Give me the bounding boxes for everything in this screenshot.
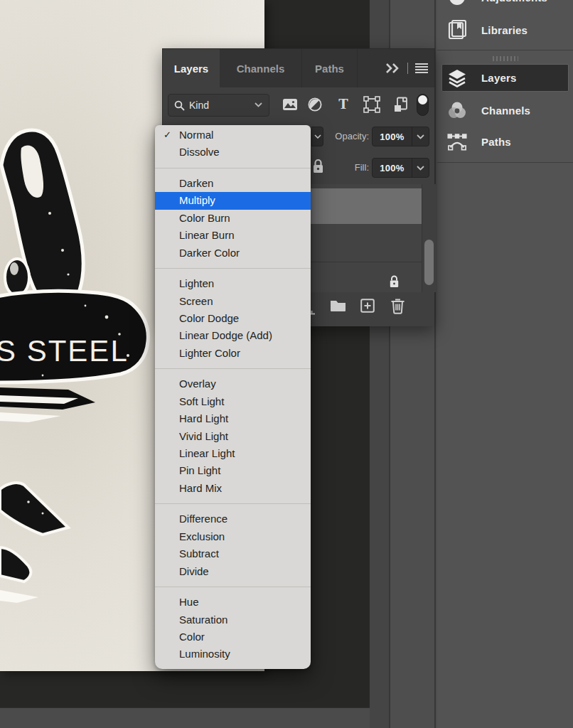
menu-item-label: Linear Light <box>179 447 235 459</box>
tab-paths[interactable]: Paths <box>302 49 358 87</box>
tab-label: Layers <box>174 63 208 75</box>
menu-item-color-burn[interactable]: Color Burn <box>155 210 311 227</box>
paths-icon <box>447 132 467 151</box>
menu-item-luminosity[interactable]: Luminosity <box>155 646 311 663</box>
menu-item-color[interactable]: Color <box>155 628 311 646</box>
menu-item-label: Color Dodge <box>179 312 239 324</box>
menu-item-label: Color <box>179 631 205 643</box>
menu-item-label: Exclusion <box>179 530 225 542</box>
menu-item-label: Saturation <box>179 614 227 626</box>
filter-kind-select[interactable]: Kind <box>168 94 269 117</box>
pixel-layer-filter-icon[interactable] <box>282 96 299 113</box>
menu-item-hard-light[interactable]: Hard Light <box>155 410 311 427</box>
layer-lock-icon <box>389 275 400 289</box>
filter-toggle-switch[interactable] <box>417 94 429 116</box>
menu-item-darker-color[interactable]: Darker Color <box>155 245 311 262</box>
filter-kind-label: Kind <box>189 100 209 111</box>
adjustment-layer-filter-icon[interactable] <box>306 96 323 113</box>
opacity-label: Opacity: <box>319 131 369 141</box>
menu-item-dissolve[interactable]: Dissolve <box>155 144 311 161</box>
dock-item-label: Paths <box>481 136 511 148</box>
dock-grip-handle[interactable] <box>493 56 518 61</box>
menu-separator <box>155 503 311 504</box>
layer-list-scrollbar <box>422 184 436 292</box>
menu-item-label: Linear Burn <box>179 229 235 241</box>
steel-stamp-text: S STEEL <box>0 334 129 368</box>
menu-item-label: Screen <box>179 295 213 307</box>
menu-item-linear-light[interactable]: Linear Light <box>155 445 311 462</box>
shape-layer-filter-icon[interactable] <box>363 96 380 113</box>
new-group-icon[interactable] <box>330 299 346 311</box>
menu-item-label: Difference <box>179 513 227 525</box>
tab-channels[interactable]: Channels <box>220 49 302 87</box>
tab-label: Paths <box>315 63 344 75</box>
chevron-down-icon[interactable] <box>412 127 429 146</box>
tab-label: Channels <box>237 63 285 75</box>
delete-layer-icon[interactable] <box>390 297 405 314</box>
smart-object-filter-icon[interactable] <box>392 96 409 113</box>
menu-item-normal[interactable]: ✓Normal <box>155 127 311 144</box>
new-layer-icon[interactable] <box>360 299 375 313</box>
menu-item-label: Dissolve <box>179 146 220 158</box>
type-layer-filter-icon[interactable]: T <box>335 96 352 113</box>
menu-item-label: Luminosity <box>179 648 230 660</box>
document-status-bar <box>0 707 370 728</box>
dock-item-paths[interactable]: Paths <box>437 126 573 157</box>
libraries-icon <box>447 20 467 40</box>
dock-item-layers[interactable]: Layers <box>441 64 569 92</box>
menu-item-hard-mix[interactable]: Hard Mix <box>155 480 311 497</box>
menu-item-saturation[interactable]: Saturation <box>155 611 311 628</box>
dock-item-label: Libraries <box>481 24 528 36</box>
menu-separator <box>155 168 311 168</box>
menu-item-label: Color Burn <box>179 212 230 224</box>
menu-item-lighten[interactable]: Lighten <box>155 275 311 292</box>
menu-item-label: Hue <box>179 596 199 608</box>
menu-separator <box>155 368 311 369</box>
opacity-input[interactable]: 100% <box>372 127 429 146</box>
fill-label: Fill: <box>319 162 369 173</box>
blend-mode-menu: ✓NormalDissolveDarkenMultiplyColor BurnL… <box>155 125 311 669</box>
menu-separator <box>155 268 311 269</box>
menu-item-label: Hard Mix <box>179 482 222 494</box>
menu-item-multiply[interactable]: Multiply <box>155 192 311 209</box>
menu-item-label: Normal <box>179 129 213 141</box>
panel-menu-icon[interactable] <box>414 63 429 74</box>
menu-item-exclusion[interactable]: Exclusion <box>155 528 311 545</box>
menu-item-label: Darker Color <box>179 247 240 259</box>
menu-item-label: Hard Light <box>179 412 228 424</box>
chevron-down-icon[interactable] <box>412 159 429 177</box>
menu-item-hue[interactable]: Hue <box>155 594 311 611</box>
menu-item-label: Lighter Color <box>179 347 240 359</box>
menu-item-divide[interactable]: Divide <box>155 563 311 580</box>
menu-item-screen[interactable]: Screen <box>155 293 311 310</box>
dock-item-channels[interactable]: Channels <box>437 95 573 126</box>
menu-item-label: Multiply <box>179 194 215 206</box>
fill-input[interactable]: 100% <box>372 158 429 178</box>
opacity-value[interactable]: 100% <box>373 127 412 146</box>
chevron-down-icon <box>255 102 262 107</box>
menu-item-linear-burn[interactable]: Linear Burn <box>155 227 311 244</box>
knife-blade-shape <box>0 483 68 535</box>
menu-item-color-dodge[interactable]: Color Dodge <box>155 310 311 327</box>
dock-item-libraries[interactable]: Libraries <box>437 14 573 46</box>
menu-item-linear-dodge-add[interactable]: Linear Dodge (Add) <box>155 327 311 344</box>
dock-divider <box>437 50 573 50</box>
dock-divider <box>437 162 573 163</box>
menu-item-difference[interactable]: Difference <box>155 510 311 528</box>
menu-item-vivid-light[interactable]: Vivid Light <box>155 428 311 445</box>
scrollbar-thumb[interactable] <box>424 240 434 285</box>
dock-item-adjustments[interactable]: Adjustments <box>437 0 573 13</box>
fill-value[interactable]: 100% <box>373 159 412 177</box>
menu-item-label: Linear Dodge (Add) <box>179 329 272 341</box>
menu-item-lighter-color[interactable]: Lighter Color <box>155 345 311 362</box>
dock-item-label: Adjustments <box>481 0 547 4</box>
menu-item-label: Soft Light <box>179 395 224 407</box>
menu-item-soft-light[interactable]: Soft Light <box>155 393 311 410</box>
menu-item-overlay[interactable]: Overlay <box>155 375 311 392</box>
checkmark-icon: ✓ <box>164 127 171 144</box>
menu-item-subtract[interactable]: Subtract <box>155 545 311 562</box>
tab-layers[interactable]: Layers <box>163 49 220 87</box>
menu-item-darken[interactable]: Darken <box>155 175 311 192</box>
collapse-panel-icon[interactable] <box>385 63 401 73</box>
menu-item-pin-light[interactable]: Pin Light <box>155 462 311 479</box>
